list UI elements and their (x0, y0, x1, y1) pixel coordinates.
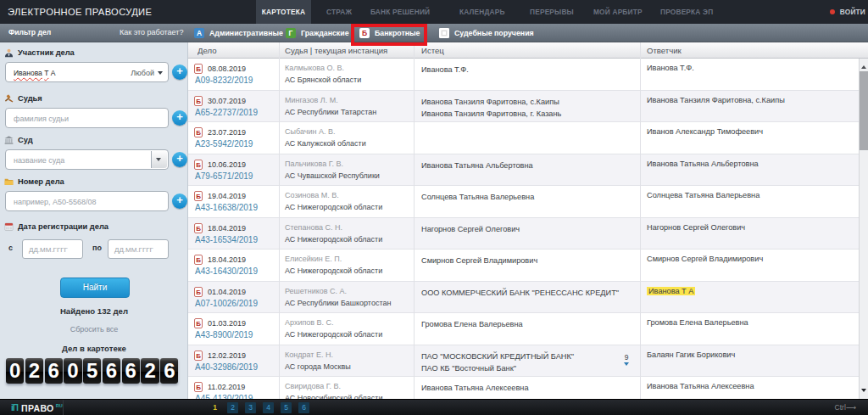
participant-input[interactable]: Иванова Т А Любой (5, 62, 169, 82)
page: ЭЛЕКТРОННОЕ ПРАВОСУДИЕ КАРТОТЕКАСТРАЖБАН… (0, 0, 868, 415)
tab-label: Административные (209, 29, 283, 37)
counter-digit: 6 (45, 358, 63, 384)
column-divider (414, 154, 415, 187)
judge-label: Судья (18, 94, 42, 103)
tab-label: Гражданские (301, 29, 349, 37)
court-name: АС Чувашской Республики (285, 171, 380, 180)
case-number-link[interactable]: А43-8900/2019 (195, 330, 253, 339)
scrollbar-thumb[interactable] (860, 71, 868, 150)
reg-date-label: Дата регистрации дела (18, 222, 108, 231)
column-divider (640, 186, 641, 218)
column-divider (279, 186, 280, 218)
plaintiff-line: Иванова Т.Ф. (421, 64, 635, 76)
page-2[interactable]: 2 (227, 402, 238, 413)
court-label: Суд (18, 136, 33, 144)
login-button[interactable]: ВОЙТИ (830, 0, 865, 24)
page-4[interactable]: 4 (263, 402, 274, 413)
tab-2[interactable]: ГГражданские (286, 24, 349, 42)
judge-name: Кондрат Е. Н. (285, 351, 333, 359)
page-5[interactable]: 5 (281, 402, 292, 413)
case-number-link[interactable]: А09-8232/2019 (195, 76, 253, 85)
reset-all-link[interactable]: Сбросить все (0, 325, 188, 334)
case-date-cell: Б08.08.2019 (194, 64, 246, 74)
defendant-cell: Громова Елена Валерьевна (647, 318, 854, 327)
scrollbar-up-arrow-icon[interactable] (860, 59, 868, 70)
counter-digit: 5 (83, 358, 101, 384)
court-name: АС Республики Башкортостан (285, 299, 391, 307)
search-button[interactable]: Найти (60, 278, 130, 298)
plaintiff-line: Громова Елена Валерьевна (421, 318, 635, 330)
case-number-link[interactable]: А43-16430/2019 (195, 266, 258, 276)
pravo-logo[interactable]: iП ПРАВО RU (11, 400, 63, 415)
judge-name: Степанова С. Н. (285, 223, 342, 232)
participant-role-dropdown[interactable]: Любой (131, 69, 154, 77)
judge-name: Мингазов Л. М. (285, 96, 338, 104)
more-parties-expander[interactable]: 9 (620, 353, 632, 368)
how-it-works-link[interactable]: Как это работает? (120, 24, 183, 42)
nav-item-7[interactable]: ПРОВЕРКА ЭП (660, 0, 713, 24)
page-1-current[interactable]: 1 (209, 402, 220, 413)
court-name: АС Нижегородской области (285, 266, 382, 275)
reg-date-label-row: Дата регистрации дела (0, 222, 108, 232)
pravo-logo-suffix: RU (56, 403, 63, 408)
case-number-link[interactable]: А07-10026/2019 (195, 299, 258, 308)
date-to-input[interactable]: ДД.ММ.ГГГГ (108, 239, 169, 259)
case-date-cell: Б18.04.2019 (194, 223, 246, 233)
nav-item-2[interactable]: СТРАЖ (326, 0, 352, 24)
plaintiff-cell: Иванова Танзиля Фаритовна, с.КаипыИванов… (421, 96, 635, 120)
nav-item-3[interactable]: БАНК РЕШЕНИЙ (370, 0, 430, 24)
pravo-logo-text: ПРАВО (21, 403, 54, 413)
plaintiff-cell: Смирнов Сергей Владимирович (421, 255, 635, 266)
case-number-link[interactable]: А43-16534/2019 (195, 235, 258, 244)
participant-value-word: Иванова (14, 69, 42, 77)
filter-sidebar: Участник дела Иванова Т А Любой + Судья … (0, 42, 188, 399)
footer-bar: iП ПРАВО RU 123456 Ctrl⟶ (0, 399, 868, 415)
gavel-icon (4, 93, 14, 104)
registry-counter-label: Дел в картотеке (0, 344, 188, 353)
table-scrollbar[interactable] (859, 59, 868, 399)
add-participant-button[interactable]: + (172, 64, 187, 80)
case-number-link[interactable]: А23-5942/2019 (195, 139, 253, 149)
bankruptcy-badge-icon: Б (194, 127, 203, 137)
case-number-link[interactable]: А43-16638/2019 (195, 203, 258, 212)
column-divider (640, 154, 641, 187)
case-date: 01.04.2019 (208, 288, 246, 296)
nav-item-5[interactable]: ПЕРЕРЫВЫ (530, 0, 574, 24)
plaintiff-cell: Громова Елена Валерьевна (421, 318, 635, 330)
column-divider (279, 282, 280, 314)
column-divider (279, 218, 280, 250)
defendant-cell: Иванова Татьяна Алексеевна (647, 382, 854, 390)
case-date: 12.02.2019 (208, 351, 246, 360)
page-3[interactable]: 3 (245, 402, 256, 413)
court-dropdown-button[interactable] (151, 151, 167, 168)
case-number-link[interactable]: А79-6571/2019 (195, 171, 253, 181)
column-divider (414, 282, 415, 314)
tab-1[interactable]: ААдминистративные (194, 24, 283, 42)
nav-item-4[interactable]: КАЛЕНДАРЬ (459, 0, 505, 24)
add-case-number-button[interactable]: + (172, 193, 187, 209)
add-court-button[interactable]: + (172, 152, 187, 167)
scrollbar-down-arrow-icon[interactable] (860, 384, 868, 396)
tab-4[interactable]: Судебные поручения (439, 24, 534, 42)
counter-digit: 2 (141, 358, 159, 384)
participant-value: Иванова Т А (14, 69, 55, 77)
tab-3[interactable]: ББанкротные (359, 24, 420, 42)
add-judge-button[interactable]: + (172, 110, 187, 126)
judge-label-row: Судья (0, 93, 42, 104)
case-number-link[interactable]: А40-32986/2019 (195, 362, 258, 372)
judge-input[interactable]: фамилия судьи (5, 108, 169, 128)
nav-item-6[interactable]: МОЙ АРБИТР (593, 0, 643, 24)
nav-item-1[interactable]: КАРТОТЕКА (256, 0, 311, 24)
counter-digit: 2 (25, 358, 43, 384)
court-select[interactable]: название суда (5, 149, 169, 170)
case-number-input[interactable]: например, А50-5568/08 (5, 191, 169, 211)
plaintiff-line: Иванова Татьяна Альбертовна (421, 160, 635, 171)
page-6[interactable]: 6 (298, 402, 309, 413)
column-divider (640, 122, 641, 154)
plaintiff-line: Нагорнов Сергей Олегович (421, 223, 635, 235)
date-from-input[interactable]: ДД.ММ.ГГГГ (22, 239, 83, 259)
column-divider (279, 42, 280, 59)
defendant-cell: Балаян Гагик Борикович (647, 351, 854, 359)
defendant-cell: Нагорнов Сергей Олегович (647, 223, 854, 232)
case-number-link[interactable]: А65-22737/2019 (195, 108, 258, 117)
